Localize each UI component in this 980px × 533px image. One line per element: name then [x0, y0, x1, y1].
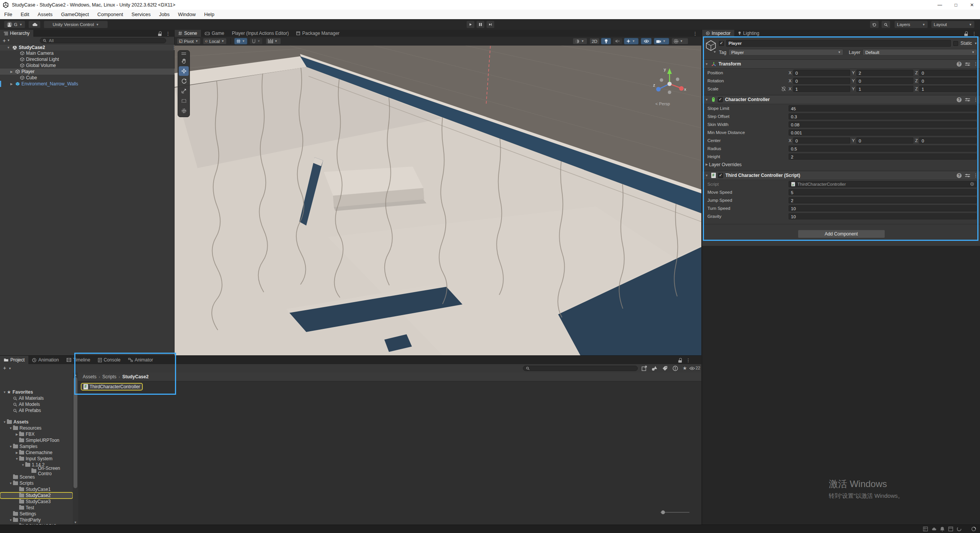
gravity-field[interactable]: 10: [789, 213, 977, 219]
layer-overrides-foldout[interactable]: ▶ Layer Overrides: [702, 160, 980, 168]
layer-dropdown[interactable]: Default▼: [862, 49, 977, 56]
maximize-button[interactable]: □: [948, 0, 964, 10]
filter-by-type-icon[interactable]: [652, 366, 657, 371]
hidden-count-eye-icon[interactable]: [689, 366, 695, 370]
center-y-field[interactable]: 0: [856, 137, 914, 144]
layers-dropdown[interactable]: Layers▼: [894, 21, 928, 28]
breadcrumb-scripts[interactable]: Scripts: [102, 374, 116, 379]
add-component-button[interactable]: Add Component: [798, 230, 885, 238]
create-asset-caret-icon[interactable]: ▼: [8, 367, 11, 370]
tab-console[interactable]: Console: [94, 356, 124, 364]
menu-help[interactable]: Help: [200, 10, 219, 19]
tree-samples[interactable]: ▼Samples: [0, 443, 73, 450]
component-enabled-checkbox[interactable]: [718, 173, 723, 178]
tree-cinemachine[interactable]: ▶Cinemachine: [0, 450, 73, 456]
orientation-gizmo[interactable]: y z x: [652, 65, 687, 100]
icon-size-slider[interactable]: [660, 510, 689, 514]
script-reference-field[interactable]: ThirdCharacterController: [789, 181, 977, 187]
menu-gameobject[interactable]: GameObject: [57, 10, 93, 19]
static-caret-icon[interactable]: ▼: [974, 42, 977, 45]
tab-inspector[interactable]: Inspector: [702, 30, 734, 37]
tree-thirdparty[interactable]: ▼ThirdParty: [0, 517, 73, 523]
panel-menu-icon[interactable]: ⋮: [972, 31, 977, 36]
breadcrumb-assets[interactable]: Assets: [83, 374, 96, 379]
hierarchy-search[interactable]: [40, 38, 166, 43]
radius-field[interactable]: 0.5: [789, 146, 977, 152]
active-checkbox[interactable]: [719, 41, 724, 46]
tab-package-manager[interactable]: Package Manager: [292, 30, 343, 37]
hierarchy-item-global-volume[interactable]: Global Volume: [0, 62, 188, 69]
menu-assets[interactable]: Assets: [33, 10, 57, 19]
increment-snap-toggle[interactable]: ▼: [266, 38, 281, 44]
undo-history-button[interactable]: [870, 21, 879, 28]
lighting-toggle[interactable]: [601, 38, 611, 44]
scale-y-field[interactable]: 1: [856, 86, 914, 92]
menu-file[interactable]: File: [0, 10, 16, 19]
scene-visibility-toggle[interactable]: [641, 38, 652, 44]
help-icon[interactable]: ?: [957, 62, 962, 67]
scale-link-icon[interactable]: [781, 87, 786, 91]
center-z-field[interactable]: 0: [919, 137, 977, 144]
lock-icon[interactable]: [158, 31, 162, 36]
fold-closed-icon[interactable]: ▶: [704, 163, 709, 166]
camera-settings-dropdown[interactable]: ▼: [654, 38, 669, 44]
local-toggle[interactable]: Local▼: [203, 38, 227, 44]
component-enabled-checkbox[interactable]: [718, 97, 723, 102]
status-package-icon[interactable]: [948, 526, 953, 531]
lock-icon[interactable]: [964, 31, 968, 36]
height-field[interactable]: 2: [789, 154, 977, 160]
tree-scripts[interactable]: ▼Scripts: [0, 480, 73, 486]
scrollbar-thumb[interactable]: [74, 377, 77, 488]
filter-by-label-icon[interactable]: [662, 366, 668, 371]
project-search[interactable]: [523, 366, 638, 371]
palette-handle-icon[interactable]: [181, 52, 186, 55]
tree-scrollbar[interactable]: ▲ ▼: [73, 373, 78, 525]
audio-toggle[interactable]: [612, 38, 622, 44]
tree-simpleurptoon[interactable]: SimpleURPToon: [0, 437, 73, 443]
tree-settings[interactable]: Settings: [0, 511, 73, 517]
jump-speed-field[interactable]: 2: [789, 197, 977, 203]
position-x-field[interactable]: 0: [793, 70, 851, 76]
step-offset-field[interactable]: 0.3: [789, 113, 977, 119]
account-button[interactable]: G▼: [4, 21, 25, 28]
snap-settings-toggle[interactable]: ▼: [250, 38, 263, 44]
gameobject-name-field[interactable]: [726, 40, 951, 47]
tree-studycase3[interactable]: StudyCase3: [0, 499, 73, 505]
fold-open-icon[interactable]: ▼: [6, 46, 11, 49]
skin-width-field[interactable]: 0.08: [789, 121, 977, 128]
character-controller-header[interactable]: ▼ Character Controller ? ⋮: [702, 95, 980, 104]
transform-header[interactable]: ▼ Transform ? ⋮: [702, 59, 980, 69]
move-tool[interactable]: [179, 66, 189, 76]
effects-dropdown[interactable]: ▼: [624, 38, 639, 44]
rotation-y-field[interactable]: 0: [856, 78, 914, 84]
tab-game[interactable]: Game: [201, 30, 228, 37]
cloud-button[interactable]: [28, 21, 41, 28]
tree-studycase2-selected[interactable]: StudyCase2: [0, 492, 73, 499]
tree-fbx[interactable]: ▶FBX: [0, 431, 73, 437]
panel-menu-icon[interactable]: ⋮: [166, 31, 170, 36]
rotate-tool[interactable]: [179, 76, 189, 86]
gizmos-dropdown[interactable]: ▼: [671, 38, 688, 44]
hierarchy-item-directional-light[interactable]: Directional Light: [0, 56, 188, 62]
scale-x-field[interactable]: 1: [793, 86, 851, 92]
create-button[interactable]: +: [3, 38, 6, 44]
status-progress-icon[interactable]: [971, 526, 976, 531]
tab-input-actions-editor[interactable]: Player (Input Actions Editor): [228, 30, 293, 37]
menu-edit[interactable]: Edit: [16, 10, 33, 19]
presets-icon[interactable]: [965, 173, 970, 178]
script-component-header[interactable]: ▼ Third Character Controller (Script) ? …: [702, 171, 980, 180]
status-activity-icon[interactable]: [957, 526, 962, 531]
hierarchy-item-main-camera[interactable]: Main Camera: [0, 50, 188, 56]
status-bell-icon[interactable]: [940, 526, 945, 531]
lock-icon[interactable]: [678, 358, 682, 363]
status-grid-icon[interactable]: [923, 526, 928, 531]
fold-open-icon[interactable]: ▼: [704, 98, 709, 101]
tab-timeline[interactable]: Timeline: [63, 356, 94, 364]
tree-all-materials[interactable]: All Materials: [0, 395, 73, 401]
tree-all-prefabs[interactable]: All Prefabs: [0, 407, 73, 414]
fold-open-icon[interactable]: ▼: [704, 174, 709, 177]
panel-menu-icon[interactable]: ⋮: [686, 358, 691, 363]
rotation-z-field[interactable]: 0: [919, 78, 977, 84]
help-icon[interactable]: ?: [957, 97, 962, 102]
tree-studycase1[interactable]: StudyCase1: [0, 486, 73, 492]
